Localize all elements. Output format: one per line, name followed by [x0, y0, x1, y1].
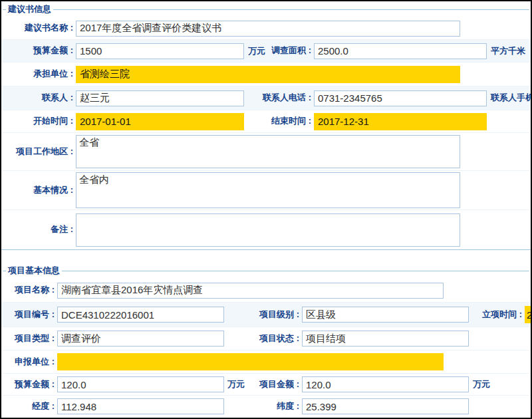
- project-name-label: 项目名称 :: [1, 285, 57, 295]
- project-number-input[interactable]: [57, 307, 224, 323]
- project-info-section: 项目基本信息 项目名称 : 项目编号 : 项目级别 : 立项时间 : 项目类型 …: [1, 263, 531, 417]
- project-type-label: 项目类型 :: [1, 334, 57, 344]
- project-form-page: 建议书信息 建议书名称 : 预算金额 : 万元 调查面积 : 平方千米 承担单位…: [0, 0, 532, 419]
- project-status-input[interactable]: [302, 331, 469, 347]
- work-region-label: 项目工作地区 :: [1, 147, 76, 157]
- undertaking-unit-row: 承担单位 :: [1, 63, 531, 86]
- proposal-budget-input[interactable]: [76, 43, 244, 59]
- proposal-budget-row: 预算金额 : 万元 调查面积 : 平方千米: [1, 40, 531, 63]
- basic-situation-row: 基本情况 : 全省内: [1, 171, 531, 210]
- end-date-label: 结束时间 :: [271, 116, 314, 126]
- remark-label: 备注 :: [1, 225, 76, 235]
- proposal-info-legend-row: 建议书信息: [1, 1, 531, 17]
- coordinates-row: 经度 : 纬度 :: [1, 396, 531, 417]
- project-budget-row: 预算金额 : 万元 项目金额 : 万元: [1, 374, 531, 396]
- project-name-input[interactable]: [57, 283, 444, 299]
- survey-area-unit-label: 平方千米: [491, 45, 525, 57]
- proposal-name-label: 建议书名称 :: [1, 23, 76, 33]
- budget-unit-label: 万元: [244, 45, 265, 57]
- declare-unit-input[interactable]: [57, 353, 444, 370]
- contact-phone-input[interactable]: [314, 90, 487, 106]
- approval-time-label: 立项时间 :: [473, 310, 525, 320]
- date-row: 开始时间 : 结束时间 :: [1, 110, 531, 133]
- legend-line-right: [53, 9, 529, 10]
- end-date-input[interactable]: [314, 113, 487, 130]
- legend-line-right: [62, 271, 529, 271]
- proposal-budget-label: 预算金额 :: [1, 46, 76, 56]
- project-budget-unit-label: 万元: [224, 378, 245, 390]
- project-name-row: 项目名称 :: [1, 279, 531, 303]
- contact-row: 联系人 : 联系人电话 : 联系人手机: [1, 86, 531, 110]
- undertaking-unit-input[interactable]: [76, 66, 460, 83]
- approval-time-input[interactable]: [525, 306, 532, 323]
- remark-textarea[interactable]: [76, 213, 460, 247]
- project-amount-label: 项目金额 :: [259, 380, 302, 390]
- proposal-info-section: 建议书信息 建议书名称 : 预算金额 : 万元 调查面积 : 平方千米 承担单位…: [1, 1, 531, 250]
- project-info-legend-row: 项目基本信息: [1, 263, 531, 279]
- project-type-input[interactable]: [57, 331, 224, 347]
- project-info-legend: 项目基本信息: [6, 265, 62, 277]
- survey-area-input[interactable]: [314, 43, 487, 59]
- project-type-row: 项目类型 : 项目状态 :: [1, 327, 531, 350]
- work-region-row: 项目工作地区 : 全省: [1, 133, 531, 171]
- proposal-name-row: 建议书名称 :: [1, 17, 531, 40]
- remark-row: 备注 :: [1, 210, 531, 249]
- basic-situation-label: 基本情况 :: [1, 186, 76, 196]
- project-budget-input[interactable]: [57, 376, 224, 392]
- basic-situation-textarea[interactable]: 全省内: [76, 172, 460, 208]
- project-level-label: 项目级别 :: [259, 310, 302, 320]
- start-date-input[interactable]: [76, 113, 244, 130]
- latitude-label: 纬度 :: [277, 402, 302, 412]
- contact-person-label: 联系人 :: [1, 93, 76, 103]
- project-number-label: 项目编号 :: [1, 310, 57, 320]
- contact-phone-label: 联系人电话 :: [263, 93, 314, 103]
- longitude-label: 经度 :: [1, 402, 57, 412]
- project-budget-label: 预算金额 :: [1, 380, 57, 390]
- proposal-name-input[interactable]: [76, 21, 460, 37]
- undertaking-unit-label: 承担单位 :: [1, 69, 76, 79]
- start-date-label: 开始时间 :: [1, 116, 76, 126]
- project-number-row: 项目编号 : 项目级别 : 立项时间 :: [1, 303, 531, 327]
- declare-unit-label: 申报单位 :: [1, 357, 57, 367]
- longitude-input[interactable]: [57, 398, 224, 414]
- declare-unit-row: 申报单位 :: [1, 350, 531, 374]
- project-amount-unit-label: 万元: [473, 378, 490, 390]
- proposal-info-legend: 建议书信息: [6, 3, 53, 15]
- latitude-input[interactable]: [302, 398, 469, 414]
- project-amount-input[interactable]: [302, 376, 469, 392]
- project-level-input[interactable]: [302, 307, 469, 323]
- contact-mobile-label: 联系人手机: [491, 93, 532, 103]
- project-status-label: 项目状态 :: [259, 334, 302, 344]
- section-divider: [1, 250, 531, 263]
- contact-person-input[interactable]: [76, 90, 244, 106]
- work-region-textarea[interactable]: 全省: [76, 135, 460, 168]
- survey-area-label: 调查面积 :: [271, 46, 314, 56]
